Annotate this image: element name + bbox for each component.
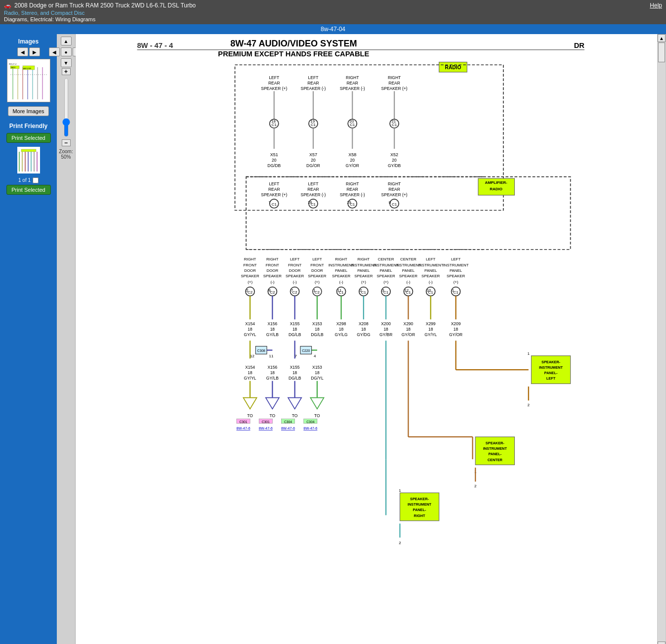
nav-top-button[interactable]: ▲ xyxy=(61,37,72,45)
svg-text:SPEAKER: SPEAKER xyxy=(241,274,259,278)
svg-text:GY/LB: GY/LB xyxy=(266,332,279,337)
zoom-slider[interactable] xyxy=(62,78,70,137)
svg-text:TO: TO xyxy=(270,413,276,418)
scroll-thumb[interactable] xyxy=(658,43,665,62)
svg-text:TO: TO xyxy=(247,413,253,418)
nav-bottom-button[interactable]: ▼ xyxy=(61,58,72,67)
svg-text:1: 1 xyxy=(528,351,530,356)
svg-text:(+): (+) xyxy=(454,280,458,284)
svg-text:INSTRUMENT: INSTRUMENT xyxy=(483,446,507,451)
svg-text:(+): (+) xyxy=(361,280,366,284)
svg-text:REAR: REAR xyxy=(388,81,400,86)
svg-text:18: 18 xyxy=(428,327,433,332)
svg-text:C308: C308 xyxy=(257,349,265,352)
print-selected-button-1[interactable]: Print Selected xyxy=(6,133,51,143)
next-image-button[interactable]: ▶ xyxy=(29,47,40,56)
car-icon: 🚗 xyxy=(4,2,11,9)
svg-text:SPEAKER: SPEAKER xyxy=(421,274,440,278)
svg-text:PANEL: PANEL xyxy=(379,268,392,273)
svg-text:CENTER: CENTER xyxy=(488,458,503,462)
page-thumb-svg xyxy=(17,147,40,173)
svg-text:DG/LB: DG/LB xyxy=(289,332,301,337)
vehicle-title: 2008 Dodge or Ram Truck RAM 2500 Truck 2… xyxy=(14,2,196,9)
svg-text:REAR: REAR xyxy=(307,81,319,86)
help-link[interactable]: Help xyxy=(650,2,662,9)
svg-text:REAR: REAR xyxy=(346,81,358,86)
svg-marker-261 xyxy=(310,398,324,409)
svg-text:C220: C220 xyxy=(302,349,310,352)
thumbnail-svg: 8W-47-4 AMPLIFIER RADIO xyxy=(8,60,49,101)
svg-text:PANEL: PANEL xyxy=(450,268,462,273)
more-images-button[interactable]: More Images xyxy=(8,106,48,116)
svg-text:18: 18 xyxy=(406,327,411,332)
svg-text:INSTRUMENT: INSTRUMENT xyxy=(539,365,563,370)
svg-text:(-): (-) xyxy=(429,280,433,284)
svg-text:1: 1 xyxy=(452,288,455,293)
scroll-track[interactable] xyxy=(658,42,666,642)
svg-text:DG/DB: DG/DB xyxy=(267,163,281,168)
svg-text:20: 20 xyxy=(272,158,277,163)
print-selected-button-2[interactable]: Print Selected xyxy=(6,185,51,195)
svg-text:SPEAKER-: SPEAKER- xyxy=(541,360,561,364)
svg-text:11: 11 xyxy=(269,354,274,358)
svg-text:C301: C301 xyxy=(239,420,247,424)
scroll-up-button[interactable]: ▲ xyxy=(658,34,666,42)
svg-text:18: 18 xyxy=(270,327,275,332)
svg-text:18: 18 xyxy=(454,327,458,332)
diagram-area[interactable]: 8W - 47 - 4 8W-47 AUDIO/VIDEO SYSTEM PRE… xyxy=(76,34,657,644)
svg-text:12: 12 xyxy=(250,354,254,358)
svg-text:2: 2 xyxy=(246,288,248,293)
svg-text:8W-47-4: 8W-47-4 xyxy=(9,63,17,65)
svg-text:2: 2 xyxy=(528,403,530,407)
svg-text:SPEAKER (-): SPEAKER (-) xyxy=(301,192,326,197)
svg-text:INSTRUMENT: INSTRUMENT xyxy=(418,263,444,267)
svg-rect-69 xyxy=(246,177,570,250)
scroll-down-button[interactable]: ▼ xyxy=(658,642,666,644)
svg-text:RIGHT: RIGHT xyxy=(244,257,256,261)
svg-text:DOOR: DOOR xyxy=(289,268,301,273)
page-checkbox[interactable] xyxy=(33,177,39,183)
svg-text:1: 1 xyxy=(399,488,401,493)
svg-text:C1: C1 xyxy=(361,290,367,295)
nav-left-button[interactable]: ◀ xyxy=(49,47,60,56)
zoom-label: Zoom: 50% xyxy=(59,149,73,160)
svg-text:PANEL: PANEL xyxy=(402,268,415,273)
svg-text:X153: X153 xyxy=(312,321,322,326)
zoom-minus-button[interactable]: − xyxy=(62,139,71,146)
svg-text:PANEL: PANEL xyxy=(357,268,370,273)
svg-text:LEFT: LEFT xyxy=(308,75,319,80)
svg-text:21: 21 xyxy=(391,119,396,124)
diagram-section-id: 8W - 47 - 4 xyxy=(137,42,173,49)
svg-text:7: 7 xyxy=(295,354,297,358)
svg-text:X298: X298 xyxy=(336,321,346,326)
prev-image-button[interactable]: ◀ xyxy=(17,47,28,56)
svg-text:1: 1 xyxy=(313,288,316,293)
svg-text:X200: X200 xyxy=(381,321,391,326)
svg-text:CENTER: CENTER xyxy=(400,257,416,261)
svg-marker-249 xyxy=(266,398,279,409)
svg-text:18: 18 xyxy=(292,370,297,375)
svg-text:RIGHT: RIGHT xyxy=(346,75,359,80)
print-friendly-button[interactable]: Print Friendly xyxy=(5,121,51,131)
zoom-plus-button[interactable]: + xyxy=(62,68,71,75)
nav-center-button[interactable]: ● xyxy=(61,47,72,56)
svg-text:GY/YL: GY/YL xyxy=(424,332,437,337)
svg-text:FRONT: FRONT xyxy=(288,263,301,267)
sidebar: Images ◀ ▶ 8W-47-4 AMPLIFI xyxy=(0,34,57,644)
zoom-value: 50% xyxy=(59,154,73,160)
svg-text:SPEAKER (-): SPEAKER (-) xyxy=(301,86,326,91)
svg-text:8W-47-6: 8W-47-6 xyxy=(236,426,250,430)
right-scrollbar[interactable]: ▲ ▼ xyxy=(657,34,666,644)
svg-text:20: 20 xyxy=(350,158,355,163)
svg-text:3: 3 xyxy=(382,288,384,293)
svg-text:18: 18 xyxy=(308,200,312,205)
svg-text:RIGHT: RIGHT xyxy=(335,257,347,261)
breadcrumb: Diagrams, Electrical: Wiring Diagrams xyxy=(4,16,196,22)
svg-text:INSTRUMENT: INSTRUMENT xyxy=(373,263,399,267)
svg-text:(+): (+) xyxy=(248,280,252,284)
svg-text:X153: X153 xyxy=(312,365,322,370)
wiring-diagram-svg: 8W - 47 - 4 8W-47 AUDIO/VIDEO SYSTEM PRE… xyxy=(76,34,657,644)
svg-text:DG/LB: DG/LB xyxy=(289,376,301,381)
svg-text:(+): (+) xyxy=(315,280,320,284)
svg-text:RIGHT: RIGHT xyxy=(388,181,401,186)
